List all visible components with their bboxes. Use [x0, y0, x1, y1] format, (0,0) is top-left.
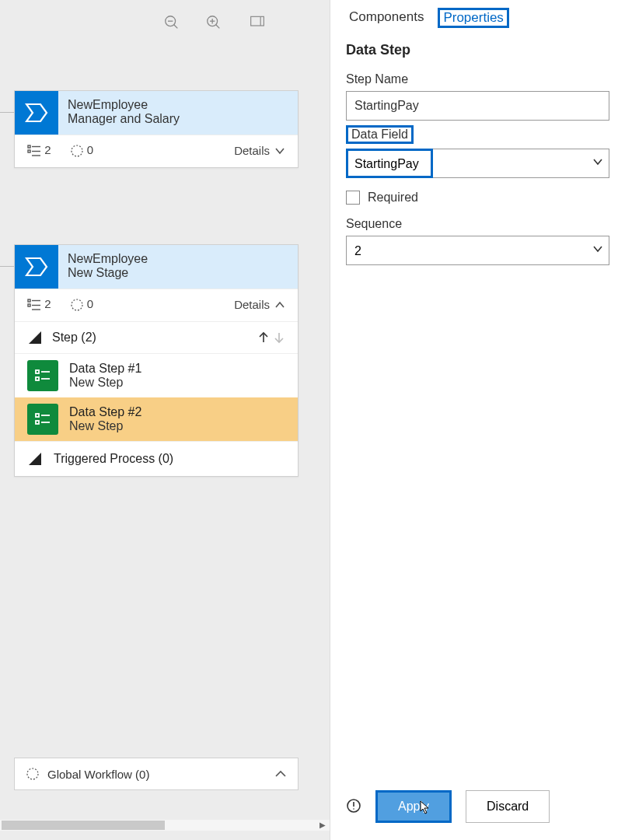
data-step-icon: [27, 404, 58, 435]
svg-rect-32: [36, 421, 39, 424]
svg-rect-17: [28, 299, 30, 302]
details-label: Details: [234, 144, 270, 157]
step-text: Data Step #2 New Step: [69, 405, 141, 433]
data-step-1[interactable]: Data Step #1 New Step: [15, 354, 298, 397]
stage-title: NewEmployee: [68, 252, 148, 266]
step-name-label: Step Name: [346, 68, 609, 86]
triangle-triggered-icon: [27, 451, 43, 467]
scrollbar-thumb[interactable]: [2, 821, 165, 830]
required-checkbox[interactable]: [346, 191, 360, 205]
scrollbar-arrow-right[interactable]: ▶: [317, 821, 328, 830]
canvas-pane: NewEmployee Manager and Salary 2 0 D: [0, 0, 330, 840]
apply-button[interactable]: Apply: [375, 790, 452, 823]
step-count: 2: [27, 143, 51, 158]
svg-line-1: [174, 25, 178, 29]
details-toggle[interactable]: Details: [234, 298, 285, 311]
pane-tabs: Components Properties: [330, 0, 625, 36]
stage-header-text: NewEmployee New Stage: [58, 245, 155, 289]
discard-button[interactable]: Discard: [466, 790, 550, 823]
arrow-down-icon[interactable]: [273, 331, 285, 344]
data-step-2[interactable]: Data Step #2 New Step: [15, 397, 298, 441]
panel-footer: Apply Discard: [330, 776, 625, 840]
connector-line: [0, 112, 14, 113]
data-step-icon: [27, 360, 58, 391]
stage-card-new-stage[interactable]: NewEmployee New Stage 2 0 Details: [14, 244, 299, 477]
svg-point-38: [353, 808, 354, 810]
step-subtitle: New Step: [69, 419, 141, 433]
stage-info-row: 2 0 Details: [15, 135, 298, 167]
apply-label: Apply: [398, 800, 429, 813]
connector-line: [0, 266, 14, 267]
stage-header[interactable]: NewEmployee Manager and Salary: [15, 91, 298, 135]
chevron-up-icon: [274, 768, 287, 780]
discard-label: Discard: [487, 800, 529, 813]
details-label: Details: [234, 298, 270, 311]
stage-chevron-icon: [15, 91, 58, 135]
chevron-up-icon: [274, 299, 285, 310]
stage-subtitle: Manager and Salary: [68, 112, 180, 126]
data-field-label: Data Field: [346, 125, 414, 144]
svg-rect-10: [28, 145, 30, 148]
horizontal-scrollbar[interactable]: ▶: [0, 820, 330, 831]
step-header-label: Step (2): [52, 331, 96, 345]
triangle-step-icon: [27, 330, 43, 345]
panel-title: Data Step: [330, 36, 625, 63]
step-section: Step (2) Data Step #1 New Step: [15, 321, 298, 476]
svg-rect-12: [28, 150, 30, 152]
step-subtitle: New Step: [69, 376, 141, 390]
required-label: Required: [368, 191, 418, 205]
stage-card-manager-salary[interactable]: NewEmployee Manager and Salary 2 0 D: [14, 90, 299, 168]
stage-header[interactable]: NewEmployee New Stage: [15, 245, 298, 289]
chevron-down-icon: [274, 145, 285, 156]
properties-pane: Components Properties Data Step Step Nam…: [330, 0, 625, 840]
svg-point-22: [72, 299, 82, 310]
svg-marker-16: [26, 258, 47, 275]
stage-chevron-icon: [15, 245, 58, 289]
zoom-in-icon[interactable]: [205, 14, 222, 31]
svg-rect-26: [36, 370, 39, 373]
badge-count: 0: [70, 143, 94, 158]
step-count-value: 2: [44, 297, 51, 310]
svg-rect-30: [36, 414, 39, 417]
details-toggle[interactable]: Details: [234, 144, 285, 157]
svg-rect-7: [251, 16, 264, 26]
fit-screen-icon[interactable]: [247, 14, 264, 31]
required-row[interactable]: Required: [346, 183, 609, 208]
stage-info-row: 2 0 Details: [15, 289, 298, 321]
tab-properties[interactable]: Properties: [438, 8, 508, 28]
global-workflow-label: Global Workflow (0): [47, 768, 149, 781]
stage-header-text: NewEmployee Manager and Salary: [58, 91, 187, 135]
step-title: Data Step #1: [69, 362, 141, 376]
svg-line-4: [216, 25, 220, 29]
info-icon[interactable]: [346, 798, 361, 816]
svg-point-35: [27, 768, 38, 779]
step-title: Data Step #2: [69, 405, 141, 419]
badge-count-value: 0: [87, 143, 93, 156]
svg-point-15: [72, 145, 82, 156]
svg-rect-19: [28, 304, 30, 306]
tab-components[interactable]: Components: [346, 8, 427, 28]
data-field-select-wrap: StartingPay: [346, 149, 609, 178]
stage-title: NewEmployee: [68, 98, 180, 112]
svg-marker-9: [26, 104, 47, 121]
global-workflow-bar[interactable]: Global Workflow (0): [14, 758, 299, 790]
sequence-select[interactable]: 2: [346, 236, 609, 265]
svg-marker-34: [29, 453, 41, 465]
step-header: Step (2): [15, 322, 298, 354]
zoom-out-icon[interactable]: [163, 14, 180, 31]
stage-subtitle: New Stage: [68, 266, 148, 280]
data-field-select[interactable]: StartingPay: [346, 149, 609, 178]
dashed-circle-icon: [26, 767, 40, 781]
badge-count: 0: [70, 297, 94, 312]
arrow-up-icon[interactable]: [257, 331, 270, 344]
step-name-input[interactable]: [346, 91, 609, 121]
badge-count-value: 0: [87, 297, 93, 310]
sequence-select-wrap: 2: [346, 236, 609, 265]
step-text: Data Step #1 New Step: [69, 362, 141, 390]
step-count: 2: [27, 297, 51, 312]
svg-marker-23: [29, 331, 41, 344]
triggered-process-row[interactable]: Triggered Process (0): [15, 441, 298, 476]
properties-form: Step Name Data Field StartingPay Require…: [330, 63, 625, 270]
sequence-label: Sequence: [346, 212, 609, 231]
svg-rect-28: [36, 377, 39, 380]
